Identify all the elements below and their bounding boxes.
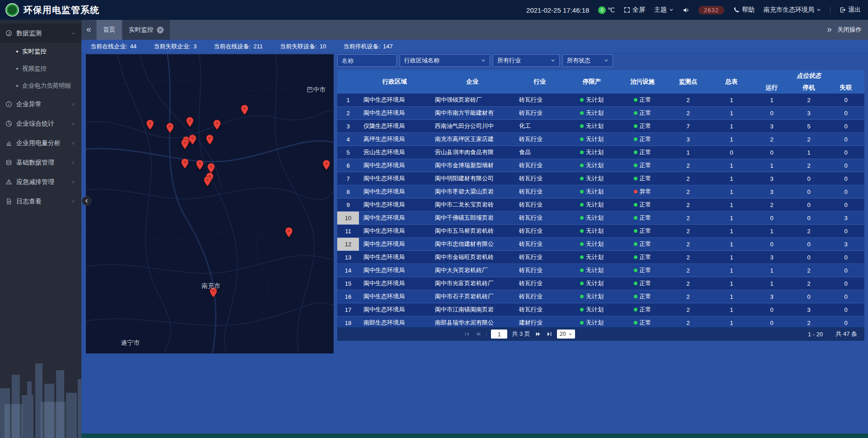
table-row[interactable]: 6阆中生态环境局阆中市金博瑞新型墙材砖瓦行业无计划正常21120 [337,159,864,172]
page-number-input[interactable] [491,330,507,339]
row-index: 4 [337,133,359,146]
theme-dropdown[interactable]: 主题 [654,6,674,14]
table-row[interactable]: 8阆中生态环境局阆中市枣碧大梁山页岩砖瓦行业无计划异常21300 [337,185,864,198]
cell-company: 阆中市二龙长宝页岩砖 [430,198,514,212]
announcement-icon[interactable] [683,7,689,14]
sidebar-item-1[interactable]: 企业异常 [0,94,81,114]
sidebar-subitem-0-1[interactable]: 视频监控 [0,60,81,77]
status-dot-green [634,255,637,259]
map-pin-icon[interactable] [166,122,174,135]
double-chevron-right-icon[interactable] [826,27,833,33]
cell-running: 1 [753,225,790,238]
sidebar-item-2[interactable]: 企业综合统计 [0,114,81,133]
chevron-down-icon [481,58,486,63]
cell-offline: 3 [827,238,864,251]
table-row[interactable]: 13阆中生态环境局阆中市金福旺页岩机砖砖瓦行业无计划正常21300 [337,251,864,264]
close-operations-button[interactable]: 关闭操作 [837,26,862,34]
fullscreen-button[interactable]: 全屏 [624,6,645,14]
table-row[interactable]: 10阆中生态环境局阆中千佛镇五郎垭页岩砖瓦行业无计划正常21003 [337,212,864,225]
table-row[interactable]: 14阆中生态环境局阆中大兴页岩机砖厂砖瓦行业无计划正常21120 [337,264,864,277]
map-pin-icon[interactable] [186,117,194,129]
status-filter-select[interactable]: 所有状态 [562,54,613,67]
cell-region: 阆中生态环境局 [359,212,430,225]
table-row[interactable]: 4高坪生态环境局南充市高坪区王家店建砖瓦行业无计划正常31220 [337,133,864,146]
sidebar-item-0[interactable]: 数据监测 [0,24,81,43]
map[interactable]: 巴中市南充市遂宁市 [86,54,334,353]
region-filter-select[interactable]: 行政区域名称 [400,54,490,67]
temperature-widget: 0 ℃ [598,6,615,14]
map-pin-icon[interactable] [206,134,214,147]
table-row[interactable]: 12阆中生态环境局阆中市忠信建材有限公砖瓦行业无计划正常21003 [337,238,864,251]
status-dot-green [634,151,637,154]
table-row[interactable]: 7阆中生态环境局阆中明阳建材有限公司砖瓦行业无计划正常21300 [337,172,864,185]
table-row[interactable]: 11阆中生态环境局阆中市五马桥页岩机砖砖瓦行业无计划正常21120 [337,225,864,238]
map-pin-icon[interactable] [146,119,154,132]
cell-stopped: 0 [790,198,827,212]
table-row[interactable]: 9阆中生态环境局阆中市二龙长宝页岩砖砖瓦行业无计划正常21200 [337,198,864,212]
cell-stopped: 0 [790,185,827,198]
cell-region: 阆中生态环境局 [359,251,430,264]
tabs-scroll-left-button[interactable] [81,20,96,40]
stat-label: 当前失联企业: [154,42,191,51]
table-row[interactable]: 2阆中生态环境局阆中市南方节能建材有砖瓦行业无计划正常21030 [337,107,864,120]
cell-stopped: 2 [790,316,827,327]
cell-facility: 正常 [618,238,666,251]
logout-icon [840,7,846,13]
map-pin-icon[interactable] [203,176,212,188]
status-dot-green [580,203,584,207]
map-pin-icon[interactable] [181,158,189,171]
table-row[interactable]: 17阆中生态环境局阆中市江南镇阆南页岩砖瓦行业无计划正常21030 [337,303,864,316]
cell-facility: 正常 [618,198,666,212]
sidebar-subitem-0-2[interactable]: 企业电力负荷明细 [0,77,81,94]
logout-button[interactable]: 退出 [840,6,861,14]
page-size-select[interactable]: 20 [557,330,575,339]
sidebar-item-4[interactable]: 基础数据管理 [0,153,81,172]
tab-0[interactable]: 首页 [97,20,122,40]
sidebar-subitem-0-0[interactable]: 实时监控 [0,43,81,60]
tab-1[interactable]: 实时监控✕ [123,20,170,40]
status-dot-green [580,190,584,193]
chevron-left-icon [71,179,76,185]
cell-offline: 0 [827,120,864,133]
last-page-button[interactable] [546,331,552,337]
name-filter-input[interactable] [337,54,397,67]
table-row[interactable]: 1阆中生态环境局阆中强锐页岩砖厂砖瓦行业无计划正常21120 [337,94,864,107]
table-row[interactable]: 3仪陇生态环境局西南油气田分公司川中化工无计划正常71350 [337,120,864,133]
close-tab-icon[interactable]: ✕ [157,27,164,33]
map-pin-icon[interactable] [181,139,189,151]
cell-stopped: 2 [790,159,827,172]
table-row[interactable]: 16阆中生态环境局阆中市石子页岩机砖厂砖瓦行业无计划正常21300 [337,290,864,303]
cell-industry: 砖瓦行业 [514,185,565,198]
sidebar-item-label: 应急减排管理 [16,178,54,186]
cell-points: 2 [666,303,710,316]
table-row[interactable]: 15阆中生态环境局阆中市光富页岩机砖厂砖瓦行业无计划正常21120 [337,277,864,290]
row-index: 2 [337,107,359,120]
cell-points: 2 [666,212,710,225]
header-actions: 2021-02-25 17:46:18 0 ℃ 全屏 主题 2632 帮助 南充… [526,6,861,14]
help-button[interactable]: 帮助 [733,6,755,14]
map-pin-icon[interactable] [213,119,221,132]
alert-count-badge[interactable]: 2632 [698,6,724,14]
sidebar-item-5[interactable]: 应急减排管理 [0,172,81,192]
sidebar-item-3[interactable]: 企业用电量分析 [0,133,81,153]
table-row[interactable]: 18南部生态环境局南部县瑞华水泥有限公建材行业无计划正常21020 [337,316,864,327]
industry-filter-select[interactable]: 所有行业 [493,54,560,67]
cell-points: 2 [666,290,710,303]
cell-facility: 正常 [618,133,666,146]
main-area: 巴中市南充市遂宁市 行政区域名称 所有行业 [81,53,868,433]
sidebar-item-6[interactable]: 日志查看 [0,192,81,211]
map-pin-icon[interactable] [189,134,197,147]
org-dropdown[interactable]: 南充市生态环境局 [764,6,821,14]
map-pin-icon[interactable] [241,104,249,117]
prev-page-button[interactable] [475,331,481,337]
sidebar-subitem-label: 企业电力负荷明细 [22,82,71,90]
next-page-button[interactable] [535,331,542,337]
first-page-button[interactable] [464,331,470,337]
cell-offline: 0 [827,159,864,172]
map-pin-icon[interactable] [322,160,330,172]
cell-points: 2 [666,251,710,264]
map-pin-icon[interactable] [285,227,293,240]
cell-limit: 无计划 [565,133,618,146]
map-pin-icon[interactable] [196,160,204,172]
table-row[interactable]: 5营山生态环境局营山县润丰肉食品有限食品无计划正常10010 [337,146,864,159]
